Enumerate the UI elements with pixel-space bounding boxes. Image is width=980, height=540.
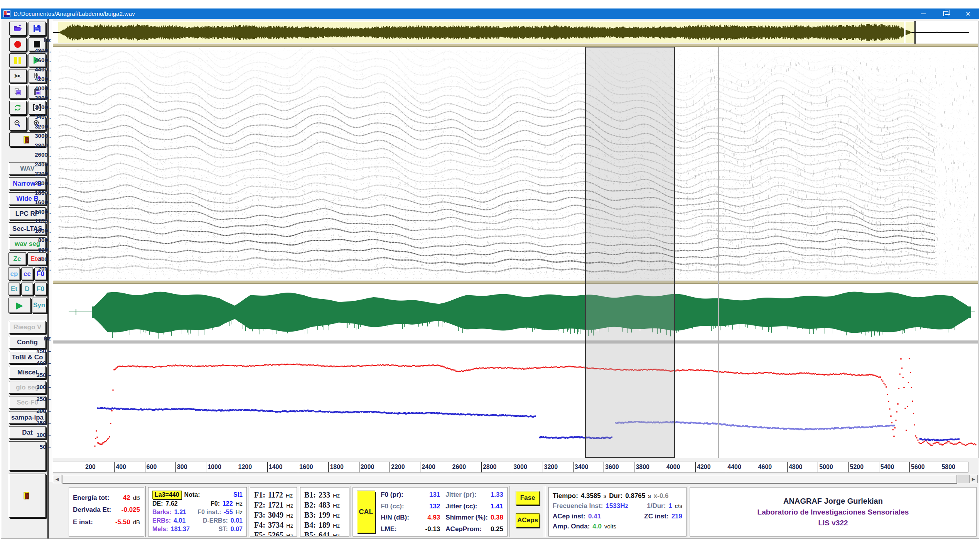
refresh-button[interactable] xyxy=(9,101,27,115)
time-tick xyxy=(481,462,482,472)
note-f0-panel: La3=440Nota:Si1DE:7.62F0:122HzBarks:1.21… xyxy=(148,487,247,537)
waveform-canvas[interactable] xyxy=(53,284,978,340)
open-file-button[interactable] xyxy=(9,22,27,36)
measurement-value: dB xyxy=(133,494,140,502)
axis-tick-label: 800 . xyxy=(33,237,51,243)
measurement-label: F0 inst.: xyxy=(197,508,221,516)
measurement-value: 131 xyxy=(429,491,440,499)
measurement-value: Hz xyxy=(286,512,293,520)
side-button-d[interactable]: D xyxy=(21,283,33,295)
measurement-value: 122 xyxy=(223,500,233,508)
side-button-et[interactable]: Et xyxy=(8,283,20,295)
pause-button[interactable] xyxy=(9,53,27,67)
time-tick-label: 2200 xyxy=(391,464,405,471)
copy-button[interactable] xyxy=(9,85,27,99)
record-icon xyxy=(14,41,21,48)
scroll-right-button[interactable]: ▶ xyxy=(969,475,978,483)
spectrogram-canvas[interactable] xyxy=(53,47,978,281)
side-button-syn[interactable]: Syn xyxy=(32,298,47,313)
title-bar[interactable]: D:/Documentos/Anagraf/Labdemo/buiga2.wav… xyxy=(1,8,979,19)
measurement-value: DE: xyxy=(152,500,163,508)
scrollbar-thumb[interactable] xyxy=(62,475,957,483)
side-button--[interactable]: ▶ xyxy=(8,298,31,313)
window-title: D:/Documentos/Anagraf/Labdemo/buiga2.wav xyxy=(13,10,135,17)
measurement-value: Hz xyxy=(333,512,340,520)
panel-groove xyxy=(688,486,690,537)
axis-tick-label: 4800 . xyxy=(33,47,51,54)
axis-tick-label: 200 . xyxy=(33,265,51,272)
measurement-label: D-ERBs: xyxy=(203,517,228,525)
restore-button[interactable] xyxy=(934,8,957,19)
aceps-button[interactable]: ACeps xyxy=(516,513,540,527)
panel-groove xyxy=(248,486,250,537)
time-tick xyxy=(757,462,757,472)
overview-waveform-canvas[interactable] xyxy=(53,21,978,44)
measurement-value: 1172 xyxy=(268,490,283,500)
side-button-cp[interactable]: cp xyxy=(8,267,20,280)
measurement-value: Si1 xyxy=(233,491,243,499)
side-button-cc[interactable]: cc xyxy=(21,267,33,280)
scroll-left-button[interactable]: ◀ xyxy=(53,475,61,483)
time-tick-label: 1800 xyxy=(330,464,344,471)
cut-button[interactable]: ✂ xyxy=(9,69,27,83)
measurement-value: Hz xyxy=(333,492,340,499)
close-icon: × xyxy=(966,10,971,18)
axis-tick-label: 2600 . xyxy=(33,151,51,158)
measurement-value: 3049 xyxy=(268,510,283,520)
axis-tick-label: 1200 . xyxy=(33,218,51,224)
overview-waveform-panel[interactable] xyxy=(53,21,978,44)
measurement-value: 132 xyxy=(429,502,440,510)
time-tick xyxy=(848,462,849,472)
cursor-line xyxy=(718,47,719,458)
measurement-label: 1/Dur: xyxy=(647,502,666,510)
measurement-value: 3734 xyxy=(268,520,283,530)
exit-button-bottom[interactable] xyxy=(9,474,46,518)
spectrogram-panel[interactable] xyxy=(53,47,978,281)
waveform-panel[interactable] xyxy=(53,284,978,340)
measurement-value: 4.0 xyxy=(592,522,602,530)
panel-groove xyxy=(298,486,300,537)
time-selection-overlay[interactable] xyxy=(585,47,675,458)
time-tick xyxy=(512,462,512,472)
time-tick-label: 400 xyxy=(116,464,126,471)
side-button-zc[interactable]: Zc xyxy=(8,252,26,265)
measurement-value: Hz xyxy=(286,532,293,537)
measurement-value: Hz xyxy=(286,502,293,510)
time-tick xyxy=(175,462,176,472)
axis-tick-label: 350 – xyxy=(33,372,51,378)
time-tick-label: 1000 xyxy=(207,464,221,471)
save-file-button[interactable] xyxy=(29,22,46,36)
axis-tick-label: 300 – xyxy=(33,384,51,390)
measurement-value: Dur: xyxy=(609,492,622,500)
zoom-out-icon xyxy=(14,120,22,127)
axis-tick-label: 4200 . xyxy=(33,76,51,82)
time-tick-label: 1200 xyxy=(238,464,252,471)
panel-groove xyxy=(509,486,511,537)
time-tick-label: 5000 xyxy=(819,464,833,471)
measurement-value: 4.01 xyxy=(174,517,186,525)
measurement-value: 0.8765 xyxy=(625,492,645,500)
side-button-riesgo-v[interactable]: Riesgo V xyxy=(9,321,46,333)
time-tick-label: 4800 xyxy=(789,464,803,471)
measurement-value: 7.62 xyxy=(166,500,178,508)
axis-unit-label: Hz xyxy=(33,37,51,43)
time-tick xyxy=(665,462,665,472)
record-button[interactable] xyxy=(9,37,27,51)
measurement-label: Derivada Et: xyxy=(73,506,111,514)
time-tick xyxy=(237,462,237,472)
fase-button[interactable]: Fase xyxy=(516,491,540,505)
zoom-out-button[interactable] xyxy=(9,117,27,130)
f0-contour-canvas[interactable] xyxy=(53,344,978,458)
axis-tick-label: 50 – xyxy=(33,444,51,450)
measurement-value: 5265 xyxy=(268,530,283,537)
measurement-value: Hz xyxy=(236,500,243,508)
measurement-value[interactable]: La3=440 xyxy=(152,491,182,499)
minimize-button[interactable] xyxy=(912,8,934,19)
time-tick xyxy=(634,462,634,472)
f0-contour-panel[interactable] xyxy=(53,344,978,458)
horizontal-scrollbar[interactable]: ◀ ▶ xyxy=(53,475,978,483)
cal-button[interactable]: CAL xyxy=(357,491,375,533)
side-button-f0[interactable]: F0 xyxy=(34,283,47,295)
close-button[interactable]: × xyxy=(957,8,979,19)
time-tick-label: 4000 xyxy=(666,464,680,471)
